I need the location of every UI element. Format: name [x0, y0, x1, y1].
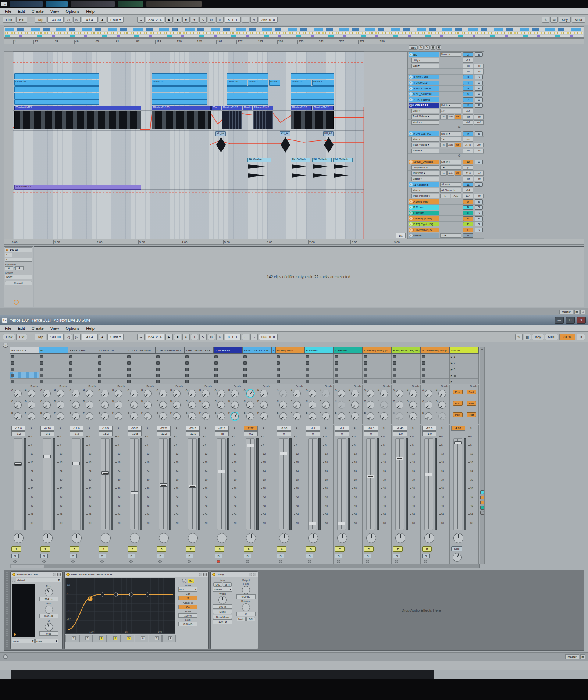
arrangement-clip[interactable]: SH_OwYeah — [312, 158, 332, 162]
capture-midi-icon[interactable]: ⊕ — [208, 334, 215, 340]
clip-stop-icon[interactable] — [422, 355, 425, 358]
send-knob-b[interactable] — [260, 390, 268, 397]
track-number[interactable]: 10 — [463, 160, 473, 164]
send-knob-f[interactable] — [293, 413, 301, 420]
clip-stop-all-cell[interactable] — [275, 379, 304, 384]
eq-display[interactable]: 1 126-6-12 1001k10k — [65, 578, 175, 634]
nudge-up-icon[interactable]: ▷ — [73, 17, 81, 23]
scale-value[interactable]: 100 % — [178, 613, 197, 618]
clip-stop-all-cell[interactable] — [68, 379, 97, 384]
clip-stop-icon[interactable] — [364, 380, 367, 383]
clip-slot[interactable] — [304, 354, 333, 360]
play-button[interactable]: ▶ — [165, 17, 173, 23]
send-knob-a[interactable] — [159, 390, 167, 397]
send-knob-f[interactable] — [260, 413, 268, 420]
solo-button[interactable]: S — [244, 554, 251, 558]
computer-midi-keyboard-icon[interactable]: ▤ — [524, 334, 531, 340]
solo-button[interactable]: S — [306, 554, 313, 558]
hide-device-view-icon[interactable] — [3, 654, 8, 659]
arrangement-clip[interactable]: DrumC1 — [248, 80, 268, 86]
track-activator[interactable]: 6 — [157, 546, 166, 552]
send-knob-a[interactable] — [72, 390, 80, 397]
clip-stop-icon[interactable] — [185, 374, 189, 377]
grid-icon[interactable]: ▦ — [431, 45, 435, 50]
clip-stop-icon[interactable] — [277, 374, 280, 377]
arm-button[interactable] — [71, 560, 75, 563]
track-number[interactable]: 5 — [463, 86, 473, 90]
clip-stop-icon[interactable] — [185, 368, 189, 371]
send-knob-f[interactable] — [231, 413, 239, 420]
tap-tempo-button[interactable]: Tap — [35, 334, 46, 340]
track-header[interactable]: ▾B Return — [409, 205, 439, 210]
preset-select[interactable]: default ▾ — [16, 578, 61, 582]
arm-button[interactable] — [424, 560, 427, 563]
value-box[interactable]: -inf — [474, 171, 484, 175]
solo-button[interactable]: S — [475, 103, 483, 108]
clip-stop-icon[interactable] — [40, 374, 43, 377]
clip-slot[interactable] — [363, 360, 391, 366]
nudge-down-icon[interactable]: ◁ — [65, 334, 72, 340]
arrangement-clip[interactable] — [14, 73, 99, 79]
cue-volume-knob[interactable] — [453, 553, 462, 562]
automation-in-button[interactable]: In — [440, 114, 447, 119]
clip-stop-icon[interactable] — [98, 355, 101, 358]
post-toggle[interactable]: Post — [453, 401, 463, 406]
send-knob-e[interactable] — [14, 413, 22, 420]
clip-stop-icon[interactable] — [40, 355, 43, 358]
clip-slot[interactable] — [334, 354, 362, 360]
automation-target-select[interactable]: 1 ▾ — [440, 109, 461, 113]
clip-stop-icon[interactable] — [214, 374, 218, 377]
automation-auto-button[interactable]: Auto — [451, 194, 461, 198]
post-toggle[interactable]: Post — [467, 401, 476, 406]
arm-button[interactable] — [279, 560, 282, 563]
clip-slot[interactable] — [392, 354, 420, 360]
band-toggle[interactable]: 7 — [155, 636, 159, 640]
solo-button[interactable]: S — [475, 199, 483, 204]
clip-stop-icon[interactable] — [306, 361, 309, 365]
pan-knob[interactable] — [130, 533, 140, 543]
clip-stop-icon[interactable] — [277, 355, 280, 358]
solo-button[interactable]: S — [335, 554, 342, 558]
set-button[interactable]: Set — [409, 45, 418, 50]
value-box[interactable]: -0.1 — [463, 58, 473, 62]
track-number[interactable]: 2 — [463, 52, 473, 57]
clip-stop-icon[interactable] — [156, 368, 160, 371]
clip-slot[interactable] — [213, 360, 242, 366]
volume-value[interactable]: -Inf — [335, 426, 349, 431]
clip-stop-icon[interactable] — [364, 374, 367, 377]
band-toggle[interactable]: 8 — [168, 636, 172, 640]
fold-icon[interactable]: ▾ — [409, 206, 413, 209]
solo-button[interactable]: S — [186, 554, 193, 558]
clip-slot[interactable] — [10, 354, 39, 360]
clip-slot[interactable] — [213, 372, 242, 379]
value-box[interactable]: -inf — [463, 177, 473, 181]
device-chooser[interactable]: Gain ▾ — [411, 64, 439, 68]
peak-value[interactable]: -7.2 — [11, 431, 25, 436]
tap-tempo-button[interactable]: Tap — [35, 17, 46, 23]
scene-launch-icon[interactable]: ▶ — [451, 362, 453, 364]
send-knob-d[interactable] — [322, 401, 330, 409]
fader-handle[interactable] — [396, 457, 403, 460]
arm-button[interactable] — [42, 560, 46, 563]
io-routing-select[interactable]: Ext. In ▾ — [440, 103, 461, 108]
arrangement-clip[interactable]: 28a — [211, 106, 221, 110]
clip-stop-all-cell[interactable] — [392, 379, 421, 384]
arrangement-clip[interactable]: 28a-drm01-125 — [152, 106, 211, 110]
solo-button[interactable]: S — [364, 554, 371, 558]
value-box[interactable]: -inf — [463, 114, 473, 119]
track-activator[interactable]: F — [422, 546, 432, 552]
clip-stop-icon[interactable] — [393, 380, 396, 383]
clip-stop-all-cell[interactable] — [334, 379, 363, 384]
io-routing-select[interactable]: All Ins ▾ — [440, 182, 461, 187]
peak-value[interactable]: -1.0 — [393, 431, 407, 436]
volume-value[interactable]: 4.03 — [451, 426, 465, 431]
send-knob-e[interactable] — [367, 413, 374, 420]
post-toggle[interactable]: Post — [453, 413, 463, 417]
clip-slot[interactable]: ▶▤ — [450, 372, 478, 379]
returns-toggle-button[interactable] — [480, 501, 484, 504]
clip-stop-icon[interactable] — [277, 380, 280, 383]
track-number[interactable]: B — [463, 205, 473, 210]
arrangement-clip[interactable] — [14, 93, 99, 99]
track-number[interactable]: 4 — [463, 81, 473, 85]
io-routing-select[interactable]: Master ▾ — [440, 52, 461, 57]
